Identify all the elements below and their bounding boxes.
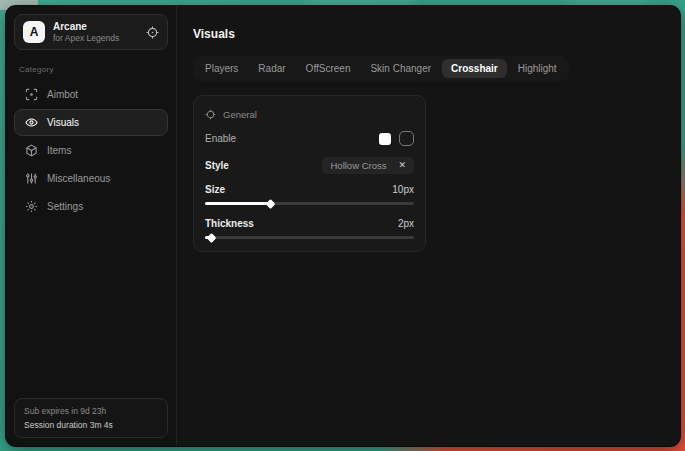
crosshair-scan-icon (25, 88, 38, 101)
size-label: Size (205, 184, 225, 195)
tab-players[interactable]: Players (196, 59, 247, 78)
arcane-window: A Arcane for Apex Legends Category (6, 6, 680, 446)
gear-icon (25, 200, 38, 213)
session-duration-text: Session duration 3m 4s (24, 420, 158, 430)
sidebar-item-label: Settings (47, 201, 83, 212)
sidebar-item-settings[interactable]: Settings (14, 193, 168, 220)
enable-label: Enable (205, 133, 236, 144)
tab-highlight[interactable]: Highlight (509, 59, 566, 78)
target-icon[interactable] (146, 26, 159, 39)
sidebar-item-miscellaneous[interactable]: Miscellaneous (14, 165, 168, 192)
tab-radar[interactable]: Radar (249, 59, 294, 78)
thickness-slider-fill (205, 236, 211, 239)
sidebar-item-aimbot[interactable]: Aimbot (14, 81, 168, 108)
thickness-label: Thickness (205, 218, 254, 229)
sidebar: A Arcane for Apex Legends Category (6, 6, 177, 446)
thickness-slider-thumb[interactable] (207, 233, 217, 243)
sidebar-item-label: Visuals (47, 117, 79, 128)
thickness-slider[interactable] (205, 236, 414, 239)
tab-offscreen[interactable]: OffScreen (297, 59, 360, 78)
enable-checkbox[interactable] (399, 131, 414, 146)
tab-crosshair[interactable]: Crosshair (442, 59, 507, 78)
thickness-row: Thickness 2px (205, 218, 414, 229)
style-row: Style Hollow Cross ✕ (205, 157, 414, 174)
main-panel: Visuals Players Radar OffScreen Skin Cha… (177, 6, 680, 446)
size-slider[interactable] (205, 202, 414, 205)
page-title: Visuals (193, 27, 664, 41)
app-name: Arcane (53, 21, 119, 32)
app-header-card: A Arcane for Apex Legends (14, 14, 168, 50)
sidebar-item-label: Items (47, 145, 71, 156)
sliders-icon (25, 172, 38, 185)
style-label: Style (205, 160, 229, 171)
sidebar-item-items[interactable]: Items (14, 137, 168, 164)
category-label: Category (19, 65, 163, 74)
color-swatch[interactable] (379, 133, 391, 145)
sub-expires-text: Sub expires in 9d 23h (24, 406, 158, 416)
size-slider-thumb[interactable] (265, 199, 275, 209)
style-select[interactable]: Hollow Cross ✕ (322, 157, 414, 174)
sidebar-item-label: Aimbot (47, 89, 78, 100)
size-slider-fill (205, 202, 270, 205)
section-title: General (223, 109, 257, 120)
tab-skin-changer[interactable]: Skin Changer (361, 59, 440, 78)
visuals-tabbar: Players Radar OffScreen Skin Changer Cro… (193, 56, 569, 81)
style-value: Hollow Cross (330, 160, 386, 171)
crosshair-circle-icon (205, 109, 216, 120)
enable-row: Enable (205, 131, 414, 146)
cube-icon (25, 144, 38, 157)
card-header: General (205, 104, 414, 131)
sidebar-item-visuals[interactable]: Visuals (14, 109, 168, 136)
app-logo: A (23, 21, 45, 43)
app-subtitle: for Apex Legends (53, 33, 119, 43)
close-icon[interactable]: ✕ (398, 161, 406, 170)
enable-controls (379, 131, 414, 146)
eye-icon (25, 116, 38, 129)
general-settings-card: General Enable Style Hollow Cross ✕ Size… (193, 95, 426, 252)
sidebar-item-label: Miscellaneous (47, 173, 110, 184)
size-value: 10px (392, 184, 414, 195)
app-title-block: Arcane for Apex Legends (53, 21, 119, 43)
thickness-value: 2px (398, 218, 414, 229)
size-row: Size 10px (205, 184, 414, 195)
subscription-info-box: Sub expires in 9d 23h Session duration 3… (14, 398, 168, 438)
